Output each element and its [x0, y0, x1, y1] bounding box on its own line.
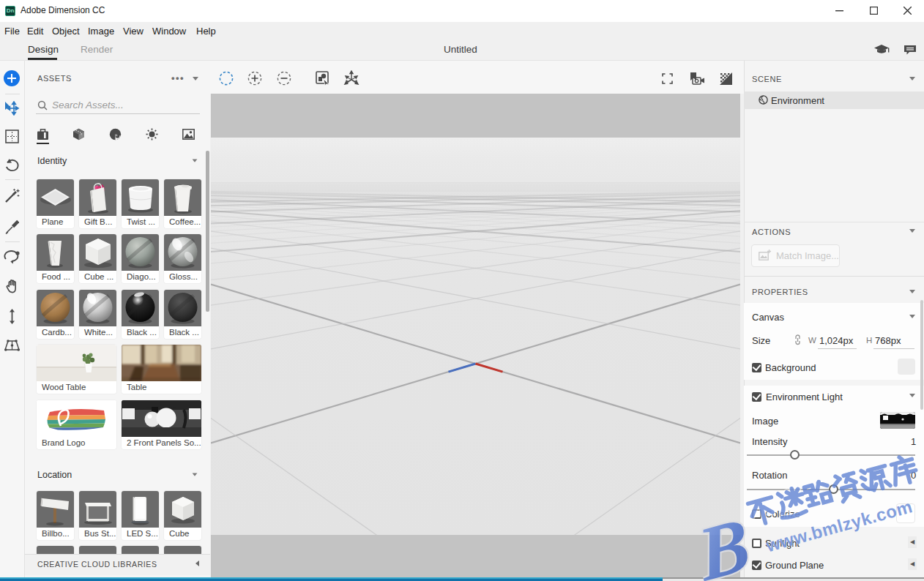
svg-text:B: B: [692, 501, 756, 581]
